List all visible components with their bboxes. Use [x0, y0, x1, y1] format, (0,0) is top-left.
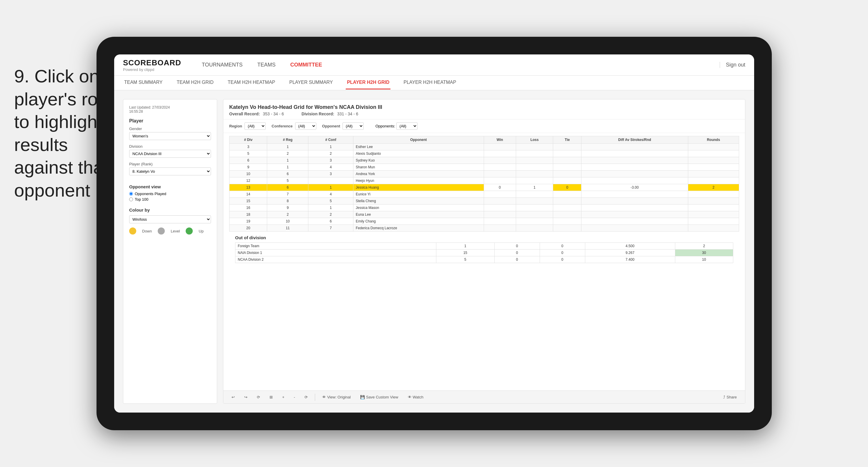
subnav: TEAM SUMMARY TEAM H2H GRID TEAM H2H HEAT… [114, 75, 754, 90]
radio-top-100[interactable]: Top 100 [129, 197, 211, 201]
ood-cell-loss: 0 [494, 250, 539, 256]
cell-loss [516, 191, 553, 198]
cell-diff [581, 191, 688, 198]
cell-tie [553, 150, 581, 157]
cell-tie [553, 211, 581, 218]
table-row[interactable]: 6 1 3 Sydney Kuo [229, 157, 739, 164]
cell-diff: -3.00 [581, 184, 688, 191]
ood-table-row[interactable]: NCAA Division 2 5 0 0 7.400 10 [236, 256, 733, 263]
cell-reg: 10 [267, 218, 308, 225]
right-panel: Katelyn Vo Head-to-Head Grid for Women's… [223, 99, 745, 404]
cell-conf: 5 [308, 198, 353, 205]
cell-name: Andrea York [353, 171, 484, 178]
nav-teams[interactable]: TEAMS [257, 61, 275, 69]
radio-opponents-played[interactable]: Opponents Played [129, 192, 211, 196]
subnav-team-summary[interactable]: TEAM SUMMARY [123, 76, 164, 89]
cell-tie [553, 171, 581, 178]
redo-button[interactable]: ↪ [242, 394, 250, 401]
plus-button[interactable]: + [280, 394, 287, 401]
cell-win [484, 178, 516, 184]
cell-diff [581, 178, 688, 184]
cell-conf [308, 178, 353, 184]
table-row[interactable]: 16 9 1 Jessica Mason [229, 205, 739, 211]
opponent-label: Opponent [322, 124, 340, 128]
ood-cell-win: 5 [436, 256, 494, 263]
ood-cell-loss: 0 [494, 256, 539, 263]
subnav-team-h2h-heatmap[interactable]: TEAM H2H HEATMAP [226, 76, 277, 89]
filter-row: Region (All) Conference (All) Opponent [223, 120, 745, 133]
cell-reg: 1 [267, 164, 308, 171]
table-row[interactable]: 12 5 Heejo Hyun [229, 178, 739, 184]
watch-button[interactable]: 👁 Watch [405, 394, 426, 401]
colour-by-select[interactable]: Win/loss [129, 215, 211, 223]
cell-name: Euna Lee [353, 211, 484, 218]
cell-rounds [688, 178, 739, 184]
view-original-button[interactable]: 👁 View: Original [320, 394, 353, 401]
cell-rounds [688, 218, 739, 225]
cell-reg: 2 [267, 211, 308, 218]
player-rank-label: Player (Rank) [129, 162, 211, 166]
ood-table-row[interactable]: Foreign Team 1 0 0 4.500 2 [236, 243, 733, 250]
share-button[interactable]: ⤴ Share [721, 394, 739, 401]
region-select[interactable]: (All) [245, 122, 266, 130]
save-icon: 💾 [360, 395, 365, 399]
cell-reg: 1 [267, 157, 308, 164]
table-row[interactable]: 3 1 1 Esther Lee [229, 144, 739, 150]
table-row[interactable]: 14 7 4 Eunice Yi [229, 191, 739, 198]
table-row[interactable]: 13 6 1 Jessica Huang 0 1 0 -3.00 2 [229, 184, 739, 191]
cell-div: 3 [229, 144, 267, 150]
table-row[interactable]: 19 10 6 Emily Chang [229, 218, 739, 225]
cell-rounds [688, 171, 739, 178]
nav-tournaments[interactable]: TOURNAMENTS [202, 61, 243, 69]
subnav-player-h2h-heatmap[interactable]: PLAYER H2H HEATMAP [402, 76, 457, 89]
minus-button[interactable]: - [291, 394, 298, 401]
refresh-button[interactable]: ⟳ [302, 394, 310, 401]
left-panel: Last Updated: 27/03/2024 16:55:28 Player… [123, 99, 217, 404]
ood-cell-diff: 9.267 [585, 250, 675, 256]
player-rank-select[interactable]: 8. Katelyn Vo [129, 167, 211, 176]
legend-label-up: Up [198, 229, 204, 234]
cell-conf: 1 [308, 184, 353, 191]
table-row[interactable]: 18 2 2 Euna Lee [229, 211, 739, 218]
cell-div: 5 [229, 150, 267, 157]
cell-rounds [688, 198, 739, 205]
grid-header: Katelyn Vo Head-to-Head Grid for Women's… [223, 99, 745, 120]
table-row[interactable]: 9 1 4 Sharon Mun [229, 164, 739, 171]
cell-conf: 4 [308, 164, 353, 171]
conference-select[interactable]: (All) [295, 122, 316, 130]
cell-conf: 6 [308, 218, 353, 225]
subnav-player-h2h-grid[interactable]: PLAYER H2H GRID [346, 76, 391, 89]
cell-diff [581, 164, 688, 171]
ood-cell-tie: 0 [539, 243, 585, 250]
crop-button[interactable]: ⊞ [267, 394, 275, 401]
undo-button[interactable]: ↩ [229, 394, 237, 401]
cell-loss [516, 144, 553, 150]
gender-select[interactable]: Women's [129, 132, 211, 140]
ood-table-row[interactable]: NAIA Division 1 15 0 0 9.267 30 [236, 250, 733, 256]
opponents-filter-select[interactable]: (All) [396, 122, 417, 130]
cell-name: Sharon Mun [353, 164, 484, 171]
opponent-select[interactable]: (All) [342, 122, 364, 130]
nav-committee[interactable]: COMMITTEE [290, 61, 322, 69]
cell-reg: 7 [267, 191, 308, 198]
cell-reg: 8 [267, 198, 308, 205]
table-row[interactable]: 15 8 5 Stella Cheng [229, 198, 739, 205]
cell-div: 10 [229, 171, 267, 178]
legend-dot-up [186, 227, 193, 235]
forward-button[interactable]: ⟳ [254, 394, 262, 401]
h2h-grid-table: # Div # Reg # Conf Opponent Win Loss Tie… [229, 136, 739, 231]
col-rounds: Rounds [688, 136, 739, 144]
save-custom-button[interactable]: 💾 Save Custom View [358, 394, 401, 401]
division-select[interactable]: NCAA Division III [129, 150, 211, 158]
cell-conf: 7 [308, 225, 353, 231]
cell-loss [516, 164, 553, 171]
cell-loss [516, 211, 553, 218]
tablet-frame: SCOREBOARD Powered by clippd TOURNAMENTS… [96, 37, 772, 430]
subnav-player-summary[interactable]: PLAYER SUMMARY [288, 76, 334, 89]
subnav-team-h2h-grid[interactable]: TEAM H2H GRID [175, 76, 215, 89]
table-row[interactable]: 5 2 2 Alexis Sudjianto [229, 150, 739, 157]
table-row[interactable]: 10 6 3 Andrea York [229, 171, 739, 178]
table-row[interactable]: 20 11 7 Federica Domecq Lacroze [229, 225, 739, 231]
cell-rounds [688, 191, 739, 198]
sign-out-button[interactable]: Sign out [720, 62, 745, 68]
